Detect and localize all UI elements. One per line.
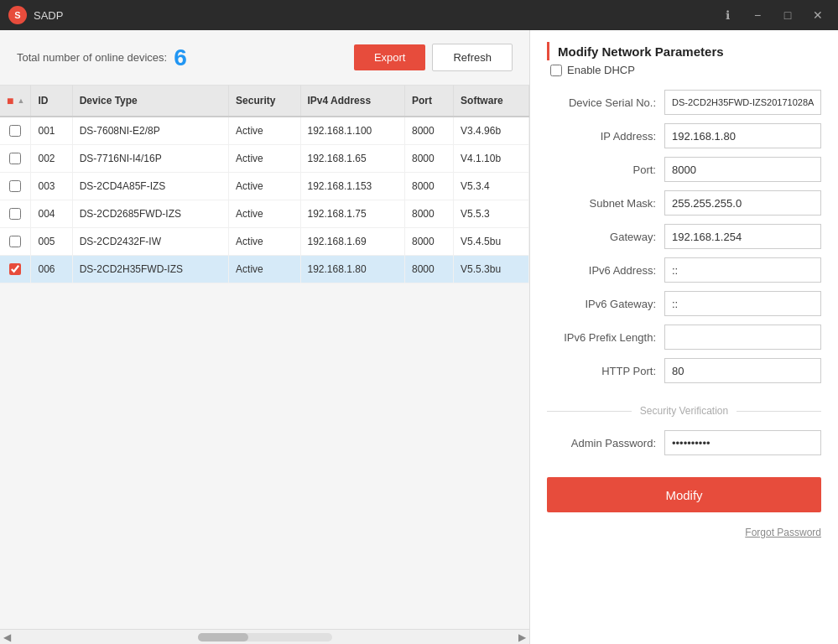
port-row: Port: bbox=[547, 157, 821, 182]
subnet-mask-input[interactable] bbox=[664, 190, 821, 216]
row-ipv4: 192.168.1.69 bbox=[300, 228, 405, 256]
scrollbar-track[interactable] bbox=[198, 633, 332, 641]
row-checkbox[interactable] bbox=[9, 236, 21, 247]
left-panel: Total number of online devices: 6 Export… bbox=[0, 30, 530, 644]
maximize-button[interactable]: □ bbox=[776, 6, 799, 24]
device-count-number: 6 bbox=[174, 44, 187, 71]
row-checkbox-cell bbox=[0, 256, 31, 283]
gateway-label: Gateway: bbox=[547, 231, 664, 243]
row-id: 002 bbox=[31, 145, 72, 173]
ipv6-prefix-label: IPv6 Prefix Length: bbox=[547, 331, 664, 344]
subnet-mask-row: Subnet Mask: bbox=[547, 190, 821, 216]
device-table: ■ ▲ ID Device Type Security IPv4 Address… bbox=[0, 86, 529, 283]
row-checkbox[interactable] bbox=[9, 263, 21, 275]
header-checkbox-cell: ■ ▲ bbox=[0, 86, 31, 117]
header-port: Port bbox=[405, 86, 454, 117]
row-checkbox[interactable] bbox=[9, 208, 21, 220]
http-port-label: HTTP Port: bbox=[547, 365, 664, 377]
port-label: Port: bbox=[547, 164, 664, 176]
row-port: 8000 bbox=[405, 117, 454, 145]
right-panel: Modify Network Parameters Enable DHCP De… bbox=[530, 30, 838, 644]
device-table-body: 001DS-7608NI-E2/8PActive192.168.1.100800… bbox=[0, 117, 529, 283]
table-row[interactable]: 005DS-2CD2432F-IWActive192.168.1.698000V… bbox=[0, 228, 529, 256]
header-device-type: Device Type bbox=[72, 86, 228, 117]
row-id: 006 bbox=[31, 256, 72, 283]
close-button[interactable]: ✕ bbox=[806, 6, 830, 24]
ipv6-gateway-label: IPv6 Gateway: bbox=[547, 298, 664, 310]
row-security: Active bbox=[229, 117, 300, 145]
table-row[interactable]: 004DS-2CD2685FWD-IZSActive192.168.1.7580… bbox=[0, 200, 529, 228]
device-serial-input[interactable] bbox=[664, 90, 821, 115]
http-port-input[interactable] bbox=[664, 358, 821, 383]
ipv6-prefix-input[interactable] bbox=[664, 325, 821, 350]
row-security: Active bbox=[229, 228, 300, 256]
row-software: V5.5.3 bbox=[454, 200, 529, 228]
table-row[interactable]: 003DS-2CD4A85F-IZSActive192.168.1.153800… bbox=[0, 173, 529, 200]
row-id: 004 bbox=[31, 200, 72, 228]
ipv6-address-label: IPv6 Address: bbox=[547, 264, 664, 277]
export-button[interactable]: Export bbox=[354, 44, 426, 70]
row-security: Active bbox=[229, 173, 300, 200]
form-section: Enable DHCP Device Serial No.: IP Addres… bbox=[530, 64, 838, 392]
sort-icon-id: ▲ bbox=[17, 96, 23, 105]
table-row[interactable]: 002DS-7716NI-I4/16PActive192.168.1.65800… bbox=[0, 145, 529, 173]
row-id: 001 bbox=[31, 117, 72, 145]
minimize-button[interactable]: − bbox=[746, 6, 769, 24]
row-checkbox[interactable] bbox=[9, 180, 21, 192]
modify-button[interactable]: Modify bbox=[547, 477, 821, 512]
dhcp-row: Enable DHCP bbox=[547, 64, 821, 76]
admin-password-row: Admin Password: bbox=[547, 430, 821, 455]
app-logo: S bbox=[8, 6, 27, 24]
row-ipv4: 192.168.1.153 bbox=[300, 173, 405, 200]
device-serial-label: Device Serial No.: bbox=[547, 96, 664, 109]
port-input[interactable] bbox=[664, 157, 821, 182]
scroll-right-arrow[interactable]: ▶ bbox=[518, 631, 526, 643]
row-port: 8000 bbox=[405, 173, 454, 200]
device-count-label: Total number of online devices: bbox=[17, 51, 167, 64]
row-checkbox[interactable] bbox=[9, 125, 21, 137]
ipv6-gateway-row: IPv6 Gateway: bbox=[547, 291, 821, 316]
dhcp-checkbox[interactable] bbox=[550, 65, 562, 76]
row-ipv4: 192.168.1.100 bbox=[300, 117, 405, 145]
row-deviceType: DS-7608NI-E2/8P bbox=[72, 117, 228, 145]
horizontal-scrollbar[interactable]: ◀ ▶ bbox=[0, 629, 529, 644]
ipv6-address-input[interactable] bbox=[664, 257, 821, 283]
scrollbar-thumb[interactable] bbox=[198, 633, 248, 641]
layout: Total number of online devices: 6 Export… bbox=[0, 30, 838, 644]
row-port: 8000 bbox=[405, 145, 454, 173]
app-title: SADP bbox=[34, 9, 716, 22]
main-content: Total number of online devices: 6 Export… bbox=[0, 30, 838, 644]
panel-title-wrapper: Modify Network Parameters bbox=[547, 42, 821, 60]
ipv6-prefix-row: IPv6 Prefix Length: bbox=[547, 325, 821, 350]
row-deviceType: DS-2CD2685FWD-IZS bbox=[72, 200, 228, 228]
admin-password-label: Admin Password: bbox=[547, 437, 664, 449]
row-ipv4: 192.168.1.65 bbox=[300, 145, 405, 173]
scroll-left-arrow[interactable]: ◀ bbox=[3, 631, 11, 643]
row-port: 8000 bbox=[405, 200, 454, 228]
gateway-input[interactable] bbox=[664, 224, 821, 249]
row-deviceType: DS-7716NI-I4/16P bbox=[72, 145, 228, 173]
admin-password-input[interactable] bbox=[664, 430, 821, 455]
row-checkbox-cell bbox=[0, 117, 31, 145]
title-bar: S SADP ℹ − □ ✕ bbox=[0, 0, 838, 30]
ipv6-gateway-input[interactable] bbox=[664, 291, 821, 316]
ip-address-input[interactable] bbox=[664, 123, 821, 148]
info-button[interactable]: ℹ bbox=[716, 6, 739, 24]
table-row[interactable]: 001DS-7608NI-E2/8PActive192.168.1.100800… bbox=[0, 117, 529, 145]
header-security: Security bbox=[229, 86, 300, 117]
divider-line-right bbox=[737, 411, 821, 412]
forgot-password-link[interactable]: Forgot Password bbox=[745, 527, 821, 538]
dhcp-label[interactable]: Enable DHCP bbox=[567, 64, 635, 76]
row-ipv4: 192.168.1.80 bbox=[300, 256, 405, 283]
row-software: V4.1.10b bbox=[454, 145, 529, 173]
subnet-mask-label: Subnet Mask: bbox=[547, 197, 664, 210]
row-software: V5.4.5bu bbox=[454, 228, 529, 256]
table-row[interactable]: 006DS-2CD2H35FWD-IZSActive192.168.1.8080… bbox=[0, 256, 529, 283]
ip-address-label: IP Address: bbox=[547, 130, 664, 143]
ip-address-row: IP Address: bbox=[547, 123, 821, 148]
row-checkbox[interactable] bbox=[9, 153, 21, 164]
row-software: V3.4.96b bbox=[454, 117, 529, 145]
row-checkbox-cell bbox=[0, 200, 31, 228]
refresh-button[interactable]: Refresh bbox=[432, 44, 513, 71]
device-serial-row: Device Serial No.: bbox=[547, 90, 821, 115]
